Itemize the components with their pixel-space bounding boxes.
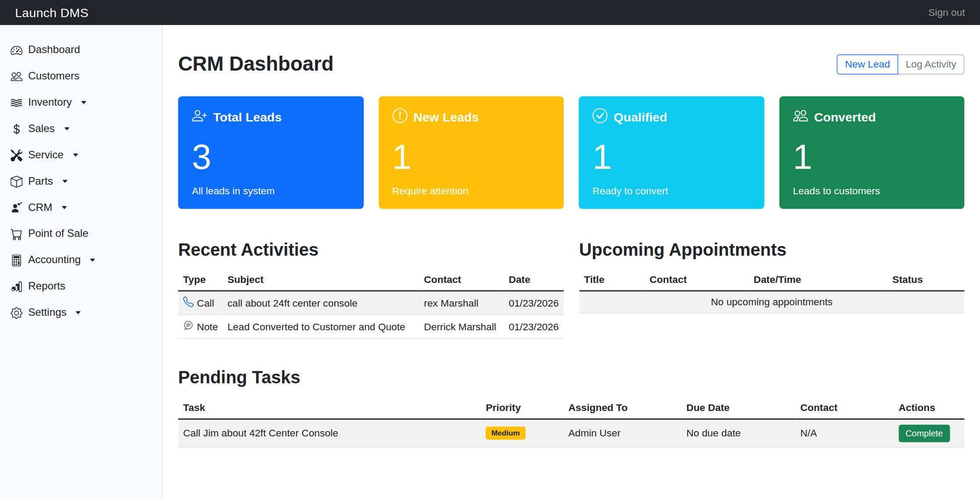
column-header: Task [178, 397, 481, 419]
stat-card-qualified: Qualified 1 Ready to convert [579, 96, 764, 209]
sidebar-item-label: Sales [28, 121, 55, 137]
activity-date: 01/23/2026 [504, 315, 563, 339]
column-header: Assigned To [563, 397, 681, 419]
sidebar-item-crm[interactable]: CRM [0, 194, 162, 221]
chevron-down-icon [81, 100, 87, 106]
recent-activities-heading: Recent Activities [178, 240, 563, 261]
stat-card-label: New Leads [413, 110, 479, 125]
sidebar-item-sales[interactable]: Sales [0, 116, 162, 142]
stat-card-new-leads: New Leads 1 Require attention [378, 96, 564, 209]
sidebar-item-parts[interactable]: Parts [0, 168, 162, 195]
stat-card-subtitle: All leads in system [192, 186, 350, 197]
upcoming-appointments-section: Upcoming Appointments Title Contact Date… [579, 240, 964, 314]
log-activity-button[interactable]: Log Activity [898, 54, 964, 74]
stat-card-label: Converted [814, 110, 876, 125]
sidebar-item-settings[interactable]: Settings [0, 300, 162, 326]
chevron-down-icon [64, 126, 70, 132]
column-header: Status [888, 269, 965, 291]
task-title: Call Jim about 42ft Center Console [178, 419, 481, 447]
chevron-down-icon [72, 152, 78, 158]
chevron-down-icon [62, 178, 68, 184]
check-circle-icon [593, 108, 607, 126]
pending-tasks-heading: Pending Tasks [178, 368, 964, 388]
column-header: Due Date [681, 397, 795, 419]
sidebar-item-inventory[interactable]: Inventory [0, 89, 162, 116]
activity-subject: call about 24ft center console [223, 291, 419, 315]
calculator-icon [11, 254, 22, 266]
column-header: Date/Time [749, 269, 887, 291]
water-icon [11, 96, 22, 108]
sidebar-item-label: Dashboard [28, 42, 80, 58]
people-icon [11, 70, 22, 82]
activity-type: Call [197, 298, 214, 309]
complete-task-button[interactable]: Complete [898, 425, 950, 442]
top-navbar: Launch DMS Sign out [0, 0, 980, 25]
stat-card-label: Total Leads [213, 110, 281, 125]
table-row: Call Jim about 42ft Center Console Mediu… [178, 419, 964, 447]
sidebar-item-reports[interactable]: Reports [0, 273, 162, 300]
tools-icon [11, 149, 22, 161]
table-row: Call call about 24ft center console rex … [178, 291, 563, 315]
box-icon [11, 175, 22, 187]
stat-card-label: Qualified [614, 110, 667, 125]
activity-date: 01/23/2026 [504, 291, 563, 315]
empty-row: No upcoming appointments [579, 291, 964, 314]
priority-badge: Medium [486, 427, 525, 440]
activity-subject: Lead Converted to Customer and Quote [223, 315, 419, 339]
app-brand: Launch DMS [15, 5, 89, 20]
task-due-date: No due date [681, 419, 795, 447]
person-hearts-icon [11, 202, 22, 214]
column-header: Contact [795, 397, 894, 419]
header-actions: New Lead Log Activity [837, 54, 964, 74]
sidebar-item-label: Inventory [28, 94, 72, 111]
pending-tasks-table: Task Priority Assigned To Due Date Conta… [178, 397, 964, 448]
activity-contact: rex Marshall [419, 291, 504, 315]
stat-card-converted: Converted 1 Leads to customers [779, 96, 965, 209]
stat-card-value: 1 [392, 139, 550, 175]
sidebar-item-label: Settings [28, 304, 67, 321]
exclamation-circle-icon [392, 108, 407, 126]
sign-out-link[interactable]: Sign out [928, 7, 965, 18]
column-header: Type [178, 269, 222, 291]
recent-activities-table: Type Subject Contact Date Call call abou… [178, 269, 563, 339]
sidebar-item-label: CRM [28, 200, 52, 216]
person-plus-icon [192, 108, 207, 126]
empty-message: No upcoming appointments [579, 291, 964, 314]
chevron-down-icon [75, 310, 82, 316]
sidebar: Dashboard Customers Inventory Sales Serv… [0, 25, 163, 500]
activity-contact: Derrick Marshall [419, 315, 504, 339]
upcoming-appointments-heading: Upcoming Appointments [579, 240, 964, 261]
column-header: Title [579, 269, 644, 291]
column-header: Priority [481, 397, 563, 419]
sidebar-item-label: Reports [28, 279, 65, 295]
sidebar-item-dashboard[interactable]: Dashboard [0, 37, 162, 63]
chevron-down-icon [61, 204, 67, 211]
sidebar-item-label: Point of Sale [28, 226, 88, 242]
sidebar-item-accounting[interactable]: Accounting [0, 247, 162, 273]
sidebar-item-label: Customers [28, 68, 79, 84]
pending-tasks-section: Pending Tasks Task Priority Assigned To … [178, 368, 964, 447]
people-icon [793, 108, 808, 126]
sidebar-item-service[interactable]: Service [0, 142, 162, 168]
column-header: Subject [223, 269, 419, 291]
bar-chart-icon [11, 281, 22, 293]
column-header: Contact [645, 269, 749, 291]
upcoming-appointments-table: Title Contact Date/Time Status No upcomi… [579, 269, 964, 314]
sidebar-item-label: Parts [28, 173, 53, 189]
table-row: Note Lead Converted to Customer and Quot… [178, 315, 563, 339]
column-header: Date [504, 269, 563, 291]
dollar-icon [11, 123, 22, 135]
sidebar-item-label: Accounting [28, 252, 81, 268]
column-header: Contact [419, 269, 504, 291]
stat-card-value: 3 [192, 139, 350, 175]
new-lead-button[interactable]: New Lead [837, 54, 898, 74]
stat-card-subtitle: Require attention [392, 186, 550, 197]
sidebar-item-point-of-sale[interactable]: Point of Sale [0, 221, 162, 247]
gear-icon [11, 307, 22, 318]
telephone-icon [183, 296, 194, 310]
task-assigned-to: Admin User [563, 419, 681, 447]
page-header: CRM Dashboard New Lead Log Activity [178, 53, 964, 75]
task-contact: N/A [795, 419, 894, 447]
stat-card-value: 1 [793, 139, 951, 175]
sidebar-item-customers[interactable]: Customers [0, 63, 162, 89]
